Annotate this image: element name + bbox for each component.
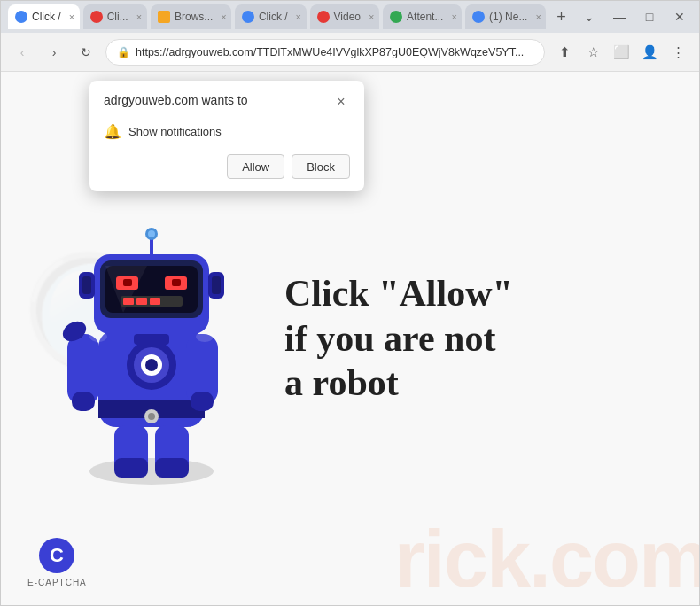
tab-close-2[interactable]: ×: [136, 12, 142, 22]
svg-rect-21: [163, 298, 174, 305]
svg-rect-27: [82, 276, 91, 294]
tab-favicon-6: [390, 11, 402, 23]
ecaptcha-logo-svg: C: [38, 537, 75, 574]
svg-point-8: [148, 413, 155, 420]
tab-label-2: Cli...: [107, 11, 128, 23]
share-button[interactable]: ⬆: [552, 40, 577, 65]
svg-rect-18: [123, 298, 134, 305]
main-text-line1: Click "Allow": [284, 273, 513, 314]
popup-buttons: Allow Block: [104, 154, 350, 179]
address-actions: ⬆ ☆ ⬜ 👤 ⋮: [552, 40, 690, 65]
tab-favicon-2: [90, 11, 103, 23]
robot-svg: [19, 188, 267, 489]
tab-label-5: Video: [334, 11, 361, 23]
svg-point-40: [196, 331, 214, 342]
tab-close-6[interactable]: ×: [451, 12, 456, 22]
svg-text:C: C: [50, 544, 64, 566]
tab-3[interactable]: Brows... ×: [151, 4, 231, 29]
svg-rect-16: [172, 279, 181, 286]
menu-button[interactable]: ⋮: [665, 40, 690, 65]
tab-favicon-7: [472, 11, 485, 23]
browser-content: adrgyouweb.com wants to × 🔔 Show notific…: [1, 72, 699, 605]
browser-window: Click / × Cli... × Brows... × Click / × …: [0, 0, 700, 606]
close-button[interactable]: ✕: [667, 4, 692, 29]
watermark-text: rick.com: [394, 514, 699, 605]
extension-button[interactable]: ⬜: [609, 40, 634, 65]
svg-point-6: [145, 359, 158, 371]
refresh-button[interactable]: ↻: [74, 40, 98, 65]
tab-label-1: Click /: [32, 11, 61, 23]
tab-5[interactable]: Video ×: [310, 4, 380, 29]
svg-rect-33: [191, 392, 214, 411]
tab-label-4: Click /: [259, 11, 288, 23]
popup-title: adrgyouweb.com wants to: [104, 93, 248, 107]
svg-rect-15: [123, 279, 132, 286]
popup-item-label: Show notifications: [128, 125, 222, 138]
main-text-line2: if you are not: [284, 318, 495, 359]
svg-rect-19: [136, 298, 147, 305]
content-area: Click "Allow" if you are not a robot: [1, 170, 699, 507]
block-button[interactable]: Block: [292, 154, 350, 179]
bookmark-button[interactable]: ☆: [580, 40, 605, 65]
address-bar: ‹ › ↻ 🔒 https://adrgyouweb.com/TTDlTxMWU…: [1, 33, 699, 72]
bell-icon: 🔔: [104, 123, 121, 140]
tab-close-7[interactable]: ×: [535, 12, 541, 22]
maximize-button[interactable]: □: [637, 4, 662, 29]
popup-notification-item: 🔔 Show notifications: [104, 120, 350, 144]
svg-rect-31: [72, 392, 95, 411]
lock-icon: 🔒: [117, 46, 130, 58]
svg-rect-36: [114, 458, 148, 478]
tab-label-6: Attent...: [407, 11, 443, 23]
tab-6[interactable]: Attent... ×: [383, 4, 462, 29]
svg-point-0: [89, 458, 214, 485]
tab-close-1[interactable]: ×: [69, 12, 74, 22]
tab-close-3[interactable]: ×: [221, 12, 226, 22]
tab-4[interactable]: Click / ×: [235, 4, 307, 29]
svg-rect-22: [134, 334, 169, 345]
back-button[interactable]: ‹: [10, 40, 35, 65]
main-text-line3: a robot: [284, 362, 399, 403]
main-message: Click "Allow" if you are not a robot: [284, 271, 681, 405]
tab-close-4[interactable]: ×: [296, 12, 301, 22]
svg-rect-29: [212, 276, 221, 294]
tab-favicon-4: [242, 11, 254, 23]
robot-illustration: [19, 188, 267, 489]
url-bar[interactable]: 🔒 https://adrgyouweb.com/TTDlTxMWUe4IVVg…: [105, 39, 545, 66]
tab-favicon-1: [15, 11, 27, 23]
svg-rect-38: [155, 458, 189, 478]
window-chevron-down[interactable]: ⌄: [577, 4, 602, 29]
new-tab-button[interactable]: +: [549, 4, 573, 29]
ecaptcha-label: E-CAPTCHA: [27, 578, 87, 587]
svg-point-39: [89, 331, 107, 342]
tab-2[interactable]: Cli... ×: [83, 4, 147, 29]
notification-popup: adrgyouweb.com wants to × 🔔 Show notific…: [89, 81, 364, 191]
forward-button[interactable]: ›: [42, 40, 66, 65]
url-text: https://adrgyouweb.com/TTDlTxMWUe4IVVglk…: [136, 46, 533, 58]
ecaptcha-branding: C E-CAPTCHA: [27, 537, 87, 587]
tab-7[interactable]: (1) Ne... ×: [465, 4, 546, 29]
allow-button[interactable]: Allow: [227, 154, 284, 179]
popup-header: adrgyouweb.com wants to ×: [104, 93, 350, 111]
popup-close-button[interactable]: ×: [332, 93, 350, 111]
profile-button[interactable]: 👤: [637, 40, 662, 65]
tab-favicon-5: [317, 11, 330, 23]
tab-close-5[interactable]: ×: [369, 12, 374, 22]
svg-rect-20: [150, 298, 160, 305]
tab-favicon-3: [158, 11, 170, 23]
svg-point-25: [148, 230, 155, 237]
tab-label-7: (1) Ne...: [489, 11, 527, 23]
window-controls: ⌄ — □ ✕: [577, 4, 692, 29]
minimize-button[interactable]: —: [607, 4, 632, 29]
tab-1[interactable]: Click / ×: [8, 4, 80, 29]
main-text: Click "Allow" if you are not a robot: [284, 271, 681, 405]
title-bar: Click / × Cli... × Brows... × Click / × …: [1, 1, 699, 33]
tab-label-3: Brows...: [175, 11, 213, 23]
